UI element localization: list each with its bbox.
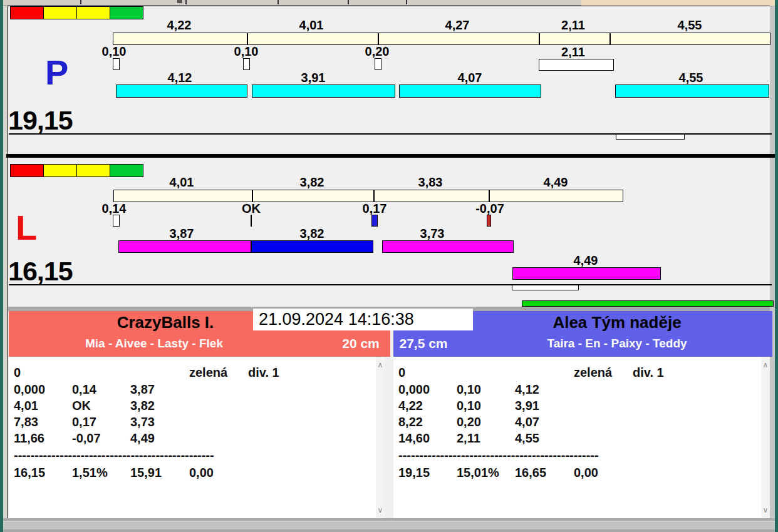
split-cell: 0,10	[457, 398, 481, 413]
result-table-left[interactable]: 0zelenádiv. 10,0000,143,874,01OK3,827,83…	[9, 357, 385, 518]
total-cell: 15,91	[130, 465, 162, 480]
split-cell: 11,66	[14, 431, 44, 446]
jump-height: 20 cm	[342, 336, 380, 351]
strip-tick	[80, 0, 81, 4]
scrollbar-left-table[interactable]: ∧ ∨	[376, 357, 385, 518]
datetime-display: 21.09.2024 14:16:38	[253, 309, 473, 330]
division-label: div. 1	[248, 365, 279, 380]
card-status: zelená	[574, 365, 612, 380]
table-separator: ----------------------------------------…	[398, 448, 599, 463]
split-cell: 4,49	[130, 431, 155, 446]
window-border-left	[0, 0, 3, 532]
scroll-down-icon[interactable]: ∨	[761, 506, 770, 514]
division-label: div. 1	[633, 365, 664, 380]
total-cell: 16,15	[14, 465, 45, 480]
scroll-down-icon[interactable]: ∨	[376, 506, 385, 514]
split-cell: 4,55	[515, 431, 539, 446]
flyball-timing-app: 4,224,014,272,114,550,100,100,202,114,12…	[0, 0, 778, 532]
team-name: Alea Tým naděje	[552, 313, 681, 332]
total-cell: 0,00	[574, 465, 598, 480]
split-cell: 0,10	[457, 382, 481, 397]
split-cell: 0,20	[457, 414, 481, 429]
bottom-strip-band	[3, 521, 775, 529]
team-dogs: Mia - Aivee - Lasty - Flek	[85, 337, 223, 350]
split-cell: 8,22	[398, 414, 423, 429]
strip-tick	[348, 0, 349, 4]
split-cell: 2,11	[457, 431, 480, 446]
split-cell: 4,01	[14, 398, 38, 413]
penalty-count: 0	[398, 365, 405, 380]
split-cell: OK	[72, 398, 91, 413]
split-cell: 4,22	[398, 398, 423, 413]
split-cell: 0,000	[398, 382, 430, 397]
team-dogs: Taira - En - Paixy - Teddy	[547, 337, 687, 350]
strip-tan-segment	[581, 0, 775, 6]
scoreboard: CrazyBalls I. Mia - Aivee - Lasty - Flek…	[0, 0, 778, 532]
window-border-right	[775, 0, 778, 532]
split-cell: 14,60	[398, 431, 430, 446]
strip-notch	[177, 0, 182, 3]
scroll-up-icon[interactable]: ∧	[761, 361, 770, 369]
team-name: CrazyBalls I.	[117, 313, 214, 332]
scroll-up-icon[interactable]: ∧	[376, 361, 385, 369]
split-cell: 0,000	[14, 382, 45, 397]
total-cell: 1,51%	[72, 465, 108, 480]
split-cell: -0,07	[72, 431, 101, 446]
split-cell: 3,87	[130, 382, 155, 397]
split-cell: 3,91	[515, 398, 539, 413]
scrollbar-right-table[interactable]: ∧ ∨	[761, 357, 770, 518]
window-top-strip	[3, 0, 775, 6]
total-cell: 16,65	[515, 465, 546, 480]
total-cell: 0,00	[189, 465, 214, 480]
split-cell: 4,12	[515, 382, 539, 397]
split-cell: 0,17	[72, 414, 96, 429]
penalty-count: 0	[14, 365, 21, 380]
result-table-right[interactable]: 0zelenádiv. 10,0000,104,124,220,103,918,…	[393, 357, 770, 518]
split-cell: 3,73	[130, 414, 155, 429]
card-status: zelená	[189, 365, 227, 380]
window-bottom-strip	[3, 518, 775, 532]
split-cell: 3,82	[130, 398, 155, 413]
split-cell: 7,83	[14, 414, 38, 429]
strip-tick	[277, 0, 279, 4]
total-cell: 15,01%	[457, 465, 499, 480]
split-cell: 4,07	[515, 414, 539, 429]
table-separator: ----------------------------------------…	[14, 448, 214, 463]
strip-tick	[185, 0, 187, 4]
jump-height: 27,5 cm	[399, 336, 447, 351]
total-cell: 19,15	[398, 465, 430, 480]
strip-tick	[406, 0, 407, 4]
split-cell: 0,14	[72, 382, 96, 397]
